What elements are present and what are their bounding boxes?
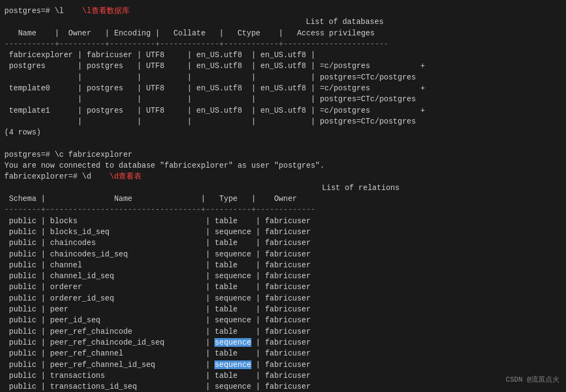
- rel-row-chaincodes: public | chaincodes | table | fabricuser: [4, 237, 562, 248]
- rel-row-peer-ref-channel: public | peer_ref_channel | table | fabr…: [4, 348, 562, 359]
- db-col-header: Name | Owner | Encoding | Collate | Ctyp…: [4, 28, 562, 39]
- rel-row-orderer: public | orderer | table | fabricuser: [4, 281, 562, 292]
- db-row-template1-a: template1 | postgres | UTF8 | en_US.utf8…: [4, 105, 562, 116]
- db-row-postgres-b: | | | | | postgres=CTc/postgres: [4, 72, 562, 83]
- rel-row-peer: public | peer | table | fabricuser: [4, 304, 562, 315]
- line-cmd1: postgres=# \l \l查看数据库: [4, 5, 562, 16]
- rel-row-peer-ref-chaincode-id-seq: public | peer_ref_chaincode_id_seq | seq…: [4, 337, 562, 348]
- rel-row-peer-ref-channel-id-seq: public | peer_ref_channel_id_seq | seque…: [4, 359, 562, 370]
- rel-row-transactions: public | transactions | table | fabricus…: [4, 370, 562, 381]
- db-separator: -----------+----------+----------+------…: [4, 39, 562, 50]
- db-row-fabricexplorer: fabricexplorer | fabricuser | UTF8 | en_…: [4, 50, 562, 60]
- terminal: postgres=# \l \l查看数据库 List of databases …: [0, 0, 566, 392]
- annotation3: \d查看表: [109, 172, 142, 181]
- rel-col-header: Schema | Name | Type | Owner: [4, 193, 562, 204]
- rel-list-title: List of relations: [4, 182, 562, 193]
- seq-highlight-1: sequence: [214, 338, 251, 347]
- rel-separator: --------+-------------------------------…: [4, 204, 562, 215]
- db-row-postgres-a: postgres | postgres | UTF8 | en_US.utf8 …: [4, 60, 562, 71]
- rel-row-channel-id-seq: public | channel_id_seq | sequence | fab…: [4, 271, 562, 281]
- line-cmd3: fabricexplorer=# \d \d查看表: [4, 171, 562, 182]
- rel-row-peer-ref-chaincode: public | peer_ref_chaincode | table | fa…: [4, 326, 562, 337]
- db-row-template0-b: | | | | | postgres=CTc/postgres: [4, 94, 562, 105]
- db-row-count: (4 rows): [4, 127, 562, 138]
- blank-line-1: [4, 138, 562, 149]
- watermark: CSDN @流茧点火: [506, 375, 559, 385]
- rel-row-chaincodes-id-seq: public | chaincodes_id_seq | sequence | …: [4, 249, 562, 260]
- line-cmd2: postgres=# \c fabricexplorer: [4, 149, 562, 160]
- rel-row-peer-id-seq: public | peer_id_seq | sequence | fabric…: [4, 315, 562, 326]
- rel-row-blocks: public | blocks | table | fabricuser: [4, 216, 562, 226]
- annotation1: \l查看数据库: [82, 7, 130, 15]
- prompt1: postgres=# \l: [4, 7, 82, 15]
- rel-row-blocks-id-seq: public | blocks_id_seq | sequence | fabr…: [4, 226, 562, 237]
- db-row-template0-a: template0 | postgres | UTF8 | en_US.utf8…: [4, 83, 562, 94]
- rel-row-transactions-id-seq: public | transactions_id_seq | sequence …: [4, 381, 562, 392]
- db-row-template1-b: | | | | | postgres=CTc/postgres: [4, 116, 562, 127]
- prompt3: fabricexplorer=# \d: [4, 172, 109, 181]
- db-list-title: List of databases: [4, 16, 562, 27]
- seq-highlight-2: sequence: [214, 360, 251, 369]
- rel-row-channel: public | channel | table | fabricuser: [4, 260, 562, 271]
- rel-row-orderer-id-seq: public | orderer_id_seq | sequence | fab…: [4, 293, 562, 304]
- connect-message: You are now connected to database "fabri…: [4, 160, 562, 171]
